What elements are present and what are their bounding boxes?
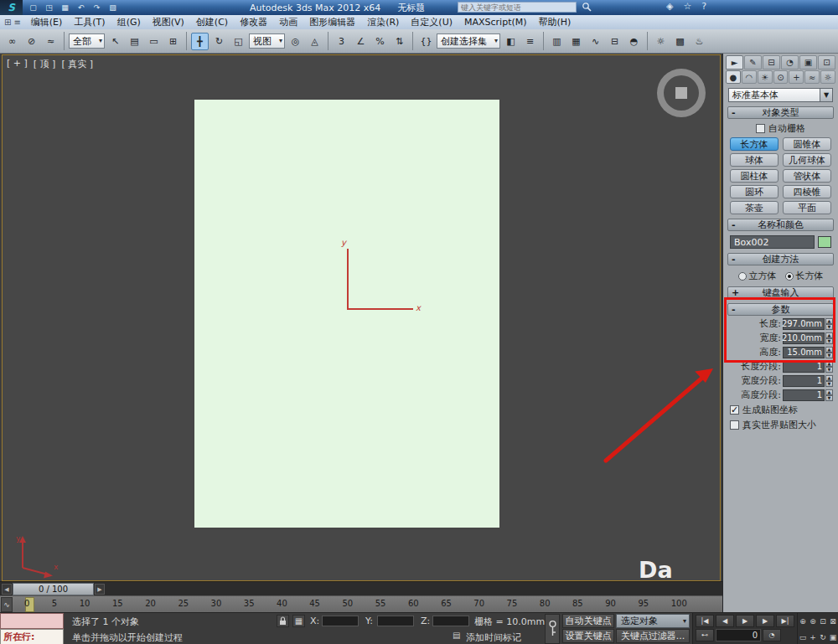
snap-toggle-3d-icon[interactable]: 3 — [333, 33, 350, 50]
current-frame-field[interactable]: 0 — [716, 629, 761, 641]
select-and-rotate-icon[interactable]: ↻ — [210, 33, 228, 50]
auto-key-button[interactable]: 自动关键点 — [562, 614, 614, 628]
named-selection-sets-icon[interactable]: {} — [417, 33, 435, 50]
render-production-icon[interactable]: ♨ — [691, 33, 708, 50]
object-color-swatch[interactable] — [818, 236, 831, 248]
rect-selection-region-icon[interactable]: ▭ — [145, 33, 163, 50]
menu-item[interactable]: 组(G) — [111, 15, 147, 29]
project-folder-icon[interactable]: ▧ — [106, 1, 119, 13]
goto-start-button[interactable]: |◀ — [696, 615, 714, 627]
radio-box[interactable]: 长方体 — [785, 270, 824, 282]
x-coordinate-field[interactable] — [322, 616, 359, 626]
spinner[interactable]: ▲▼ — [825, 375, 833, 387]
rollout-name-and-color[interactable]: - 名称和颜色 — [727, 219, 834, 231]
category-helpers[interactable]: + — [789, 70, 804, 84]
object-name-input[interactable]: Box002 — [730, 235, 815, 249]
maxscript-mini-listener-white[interactable]: 所在行: — [0, 629, 64, 644]
render-setup-icon[interactable]: ☼ — [652, 33, 670, 50]
menu-item[interactable]: 修改器 — [234, 15, 273, 29]
select-and-link-icon[interactable]: ∞ — [3, 33, 21, 50]
save-file-icon[interactable]: ▦ — [59, 1, 71, 13]
tab-modify[interactable]: ✎ — [744, 55, 762, 70]
tab-hierarchy[interactable]: ⊟ — [763, 55, 780, 70]
select-object-icon[interactable]: ↖ — [106, 33, 124, 50]
category-geometry[interactable]: ● — [726, 70, 741, 84]
prev-frame-button[interactable]: ◀ — [716, 615, 734, 627]
unlink-selection-icon[interactable]: ⊘ — [23, 33, 40, 50]
key-filters-button[interactable]: 关键点过滤器... — [616, 629, 690, 643]
menu-item[interactable]: 编辑(E) — [25, 15, 69, 29]
rollout-object-type[interactable]: - 对象类型 — [727, 106, 834, 119]
layer-manager-icon[interactable]: ▥ — [548, 33, 566, 50]
select-by-name-icon[interactable]: ▤ — [126, 33, 143, 50]
menu-item[interactable]: 动画 — [273, 15, 303, 29]
time-slider-handle[interactable]: 0 / 100 — [13, 583, 94, 595]
rendered-frame-icon[interactable]: ▩ — [671, 33, 689, 50]
time-config-button[interactable]: ◔ — [763, 629, 781, 641]
menu-item[interactable]: 创建(C) — [190, 15, 234, 29]
help-icon[interactable]: ? — [701, 1, 706, 12]
time-slider[interactable]: ◀ 0 / 100 ▶ — [0, 581, 722, 595]
select-and-manipulate-icon[interactable]: ◬ — [306, 33, 323, 50]
tab-create[interactable]: ► — [726, 55, 743, 70]
button-plane[interactable]: 平面 — [783, 201, 831, 214]
menu-item[interactable]: MAXScript(M) — [458, 15, 533, 29]
zoom-region-button[interactable]: ▭ — [798, 629, 808, 644]
time-slider-next-icon[interactable]: ▶ — [95, 584, 105, 595]
autogrid-checkbox[interactable]: 自动栅格 — [723, 122, 838, 135]
search-icon[interactable] — [582, 2, 592, 14]
primitive-category-dropdown[interactable]: 标准基本体 ▼ — [728, 88, 833, 102]
viewcube[interactable] — [657, 69, 706, 117]
play-button[interactable]: ▶ — [736, 615, 754, 627]
absolute-mode-icon[interactable]: ▦ — [292, 615, 305, 627]
bind-to-spacewarp-icon[interactable]: ≈ — [42, 33, 59, 50]
material-editor-icon[interactable]: ◓ — [625, 33, 643, 50]
menu-item[interactable]: 工具(T) — [68, 15, 111, 29]
viewport-top[interactable]: [ + ] [ 顶 ] [ 真实 ] y x y x — [2, 54, 721, 581]
button-geosphere[interactable]: 几何球体 — [783, 153, 831, 167]
button-torus[interactable]: 圆环 — [730, 185, 779, 198]
z-coordinate-field[interactable] — [432, 616, 469, 626]
menu-item[interactable]: 渲染(R) — [361, 15, 405, 29]
select-and-move-icon[interactable]: ╋ — [191, 33, 209, 50]
time-slider-prev-icon[interactable]: ◀ — [2, 584, 12, 595]
add-time-tag-button[interactable]: 添加时间标记 — [466, 631, 521, 644]
viewcube-top-face[interactable] — [675, 87, 687, 99]
key-filter-selection-dropdown[interactable]: 选定对象 — [616, 614, 690, 628]
param-value-field[interactable]: 1 — [783, 375, 825, 387]
open-file-icon[interactable]: ◳ — [43, 1, 55, 13]
viewport-general-menu[interactable]: [ + ] — [7, 58, 28, 70]
use-pivot-center-icon[interactable]: ◎ — [287, 33, 304, 50]
category-cameras[interactable]: ⊙ — [773, 70, 789, 84]
select-and-scale-icon[interactable]: ◱ — [230, 33, 247, 50]
category-systems[interactable]: ☼ — [820, 70, 835, 84]
reference-coord-dropdown[interactable]: 视图 — [249, 33, 285, 49]
align-icon[interactable]: ≡ — [521, 33, 539, 50]
zoom-button[interactable]: ⊕ — [798, 613, 808, 629]
window-layout-icon[interactable]: ⊞ — [4, 18, 11, 27]
dropdown-arrow-icon[interactable]: ▼ — [820, 89, 832, 101]
button-teapot[interactable]: 茶壶 — [730, 201, 779, 214]
zoom-extents-button[interactable]: ⊡ — [818, 613, 828, 629]
created-box-object[interactable] — [194, 100, 499, 528]
curve-editor-icon[interactable]: ∿ — [587, 33, 604, 50]
zoom-all-button[interactable]: ⊛ — [808, 613, 818, 629]
new-scene-icon[interactable]: ▢ — [27, 1, 39, 13]
menu-item[interactable]: 帮助(H) — [533, 15, 577, 29]
tab-display[interactable]: ▣ — [799, 55, 817, 70]
favorites-icon[interactable]: ☆ — [683, 1, 691, 12]
pan-button[interactable]: + — [808, 629, 818, 644]
category-lights[interactable]: ☀ — [758, 70, 773, 84]
button-tube[interactable]: 管状体 — [783, 169, 831, 183]
rollout-creation-method[interactable]: - 创建方法 — [727, 253, 834, 265]
category-shapes[interactable]: ◠ — [742, 70, 757, 84]
graphite-ribbon-icon[interactable]: ▦ — [567, 33, 585, 50]
spinner-snap-icon[interactable]: ⇅ — [391, 33, 408, 50]
button-pyramid[interactable]: 四棱锥 — [783, 185, 831, 198]
category-spacewarps[interactable]: ≈ — [804, 70, 820, 84]
scene-explorer-icon[interactable]: ≡ — [13, 18, 20, 27]
button-box[interactable]: 长方体 — [730, 137, 779, 151]
angle-snap-icon[interactable]: ∠ — [352, 33, 370, 50]
next-frame-button[interactable]: ▶ — [756, 615, 774, 627]
tab-motion[interactable]: ◔ — [781, 55, 799, 70]
